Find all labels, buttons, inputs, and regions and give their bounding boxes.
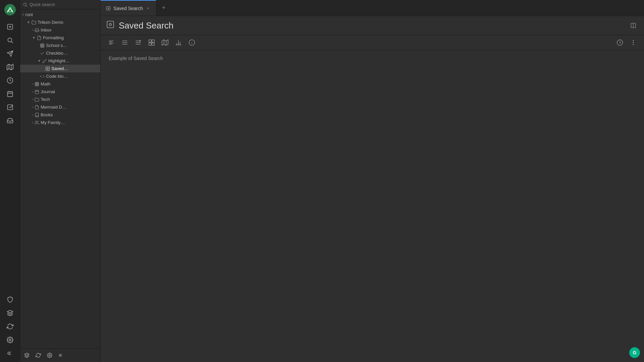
tree-root[interactable]: » root — [20, 11, 100, 18]
tree-panel: Quick search » root ▼ Trilium Demo › Inb… — [20, 0, 101, 362]
collapse-bottom-icon[interactable] — [56, 351, 66, 360]
table-icon — [40, 43, 45, 48]
tab-bar: Saved Search × + — [101, 0, 644, 16]
tree-item-code-block[interactable]: › Code blo… — [20, 72, 100, 80]
map-rail-icon[interactable] — [4, 61, 16, 73]
svg-rect-13 — [7, 92, 12, 97]
school-label: School s… — [46, 43, 67, 48]
stats-toolbar-btn[interactable] — [173, 37, 184, 48]
sync-rail-icon[interactable] — [4, 320, 16, 333]
settings-bottom-icon[interactable] — [45, 351, 54, 360]
books-icon — [35, 113, 39, 117]
formatting-label: Formatting — [43, 35, 64, 40]
history-rail-icon[interactable] — [4, 74, 16, 86]
note-icon — [37, 36, 42, 40]
history-toolbar-btn[interactable] — [614, 37, 625, 48]
layers-bottom-icon[interactable] — [22, 351, 32, 360]
inbox-label: Inbox — [41, 27, 51, 33]
svg-point-75 — [633, 44, 634, 45]
svg-point-5 — [8, 38, 12, 42]
app-logo — [3, 3, 17, 17]
svg-line-21 — [26, 5, 27, 6]
inbox-arrow: › — [32, 28, 33, 32]
tree-item-trilium-demo[interactable]: ▼ Trilium Demo — [20, 18, 100, 26]
svg-rect-42 — [107, 6, 110, 10]
formatting-arrow: ▼ — [32, 36, 36, 40]
svg-point-73 — [633, 40, 634, 41]
tree-item-tech[interactable]: › Tech — [20, 96, 100, 103]
trilium-demo-label: Trilium Demo — [38, 20, 63, 25]
note-content-text: Example of Saved Search — [109, 56, 163, 61]
math-icon — [35, 82, 39, 86]
icon-rail — [0, 0, 20, 362]
tech-folder-icon — [35, 97, 39, 102]
new-note-rail-icon[interactable] — [4, 21, 16, 33]
task-rail-icon[interactable] — [4, 101, 16, 113]
mermaid-note-icon — [35, 105, 39, 110]
calendar-rail-icon[interactable] — [4, 88, 16, 100]
info-toolbar-btn[interactable] — [186, 37, 197, 48]
tree-item-saved-search[interactable]: › Saved… — [20, 65, 100, 72]
svg-rect-22 — [41, 44, 44, 47]
collapse-rail-icon[interactable] — [4, 347, 16, 359]
svg-rect-30 — [35, 82, 39, 86]
more-toolbar-btn[interactable] — [628, 37, 639, 48]
search-rail-icon[interactable] — [4, 34, 16, 46]
tree-item-math[interactable]: › Math — [20, 80, 100, 88]
settings-rail-icon[interactable] — [4, 334, 16, 346]
math-arrow: › — [32, 82, 33, 86]
tree-item-highlight[interactable]: ▼ Highlight… — [20, 57, 100, 65]
svg-point-20 — [23, 3, 26, 6]
main-area: Saved Search × + Saved Search — [101, 0, 644, 362]
svg-rect-35 — [35, 90, 39, 94]
tab-label: Saved Search — [113, 6, 143, 11]
tree-item-formatting[interactable]: ▼ Formatting — [20, 34, 100, 42]
trilium-demo-arrow: ▼ — [27, 20, 30, 24]
tree-item-checkbox[interactable]: › Checkbo… — [20, 49, 100, 57]
properties-toolbar-btn[interactable] — [106, 37, 117, 48]
layers-rail-icon[interactable] — [4, 307, 16, 319]
svg-point-43 — [108, 8, 109, 9]
grammarly-label: G — [633, 350, 637, 355]
relations-toolbar-btn[interactable] — [146, 37, 157, 48]
pencil-icon — [42, 59, 47, 63]
inherited-attrs-toolbar-btn[interactable] — [133, 37, 144, 48]
sync-bottom-icon[interactable] — [34, 351, 43, 360]
journal-label: Journal — [41, 89, 55, 94]
send-rail-icon[interactable] — [4, 48, 16, 60]
toolbar — [101, 35, 644, 50]
inbox-node-icon — [35, 28, 39, 33]
shield-rail-icon[interactable] — [4, 294, 16, 306]
inbox-rail-icon[interactable] — [4, 115, 16, 127]
svg-line-27 — [46, 59, 46, 60]
family-icon — [35, 120, 39, 125]
svg-point-74 — [633, 42, 634, 43]
note-title-icon — [106, 20, 115, 31]
link-map-toolbar-btn[interactable] — [160, 37, 170, 48]
split-view-button[interactable] — [628, 20, 639, 31]
note-title: Saved Search — [119, 20, 624, 31]
tab-note-icon — [106, 6, 111, 11]
svg-rect-44 — [107, 21, 114, 28]
search-bar[interactable]: Quick search — [20, 0, 100, 9]
tree-item-my-family[interactable]: › My Family… — [20, 119, 100, 126]
tab-close-button[interactable]: × — [146, 5, 151, 11]
tree-item-school[interactable]: › School s… — [20, 42, 100, 49]
svg-point-45 — [109, 23, 112, 26]
books-label: Books — [41, 112, 53, 117]
svg-rect-59 — [152, 40, 155, 43]
my-family-label: My Family… — [41, 120, 65, 125]
tree-item-mermaid[interactable]: › Mermaid D… — [20, 103, 100, 111]
tree-item-inbox[interactable]: › Inbox — [20, 26, 100, 34]
new-tab-button[interactable]: + — [158, 2, 170, 14]
root-arrow: » — [22, 13, 24, 16]
root-label: root — [25, 12, 33, 17]
tree-item-books[interactable]: › Books — [20, 111, 100, 119]
svg-point-19 — [9, 339, 11, 341]
mermaid-arrow: › — [32, 105, 33, 109]
owned-attrs-toolbar-btn[interactable] — [119, 37, 130, 48]
note-content: Example of Saved Search — [101, 50, 644, 362]
saved-search-tab[interactable]: Saved Search × — [101, 0, 156, 16]
tree-item-journal[interactable]: › Journal — [20, 88, 100, 96]
grammarly-button[interactable]: G — [629, 347, 640, 358]
